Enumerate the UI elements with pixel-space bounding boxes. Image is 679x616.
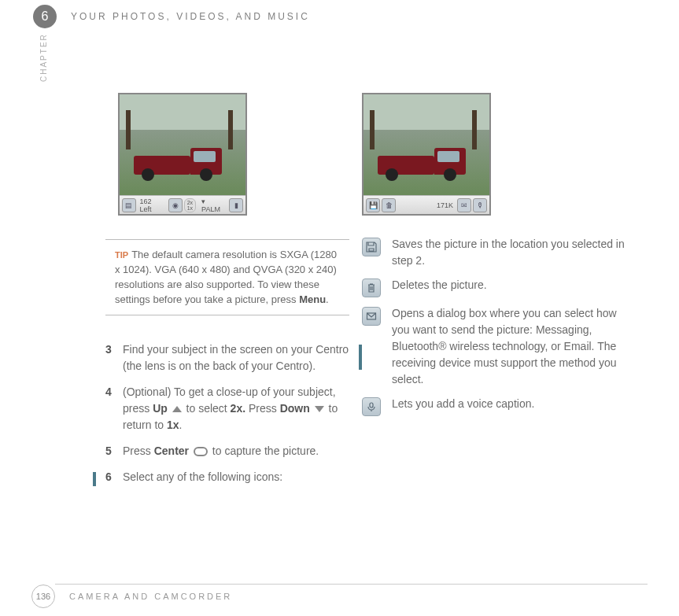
zoom-2x: 2x <box>187 200 193 205</box>
step-6: 6 Select any of the following icons: <box>105 469 356 485</box>
tip-label: TIP <box>115 250 128 260</box>
camera-preview-screenshot: ▤ 162 Left ◉ 2x 1x ▾ PALM ▮ <box>118 93 247 216</box>
tip-box: TIPThe default camera resolution is SXGA… <box>105 239 349 315</box>
save-icon: 💾 <box>366 198 380 212</box>
up-arrow-icon <box>172 406 182 412</box>
steps-list: 3 Find your subject in the screen on you… <box>105 341 356 495</box>
step-6-num: 6 <box>105 469 123 485</box>
step-4: 4 (Optional) To get a close-up of your s… <box>105 384 356 433</box>
step-4-num: 4 <box>105 384 123 433</box>
step-5: 5 Press Center to capture the picture. <box>105 443 356 459</box>
page-number-badge: 136 <box>31 585 55 608</box>
trash-icon: 🗑 <box>382 198 396 212</box>
icon-row-voice: Lets you add a voice caption. <box>362 396 629 416</box>
step-3-num: 3 <box>105 341 123 374</box>
review-status-bar: 💾 🗑 171K ✉ 🎙 <box>363 195 489 214</box>
trash-can-icon <box>362 278 381 297</box>
tip-menu-bold: Menu <box>299 293 326 305</box>
icon-description-list: Saves the picture in the location you se… <box>362 236 629 424</box>
photo-preview <box>120 94 245 195</box>
step-5-text: Press Center to capture the picture. <box>123 443 356 459</box>
camera-status-bar: ▤ 162 Left ◉ 2x 1x ▾ PALM ▮ <box>120 195 245 214</box>
zoom-1x: 1x <box>187 205 193 211</box>
svg-rect-1 <box>370 403 373 408</box>
chapter-label: CHAPTER <box>39 33 48 82</box>
icon-row-send: Opens a dialog box where you can select … <box>362 305 629 388</box>
folder-name: ▾ PALM <box>199 197 227 213</box>
icon-row-save: Saves the picture in the location you se… <box>362 236 629 269</box>
save-description: Saves the picture in the location you se… <box>392 236 629 269</box>
gallery-icon: ▤ <box>122 198 136 212</box>
step-6-text: Select any of the following icons: <box>123 469 356 485</box>
send-description: Opens a dialog box where you can select … <box>392 305 629 388</box>
photo-review <box>363 94 489 195</box>
microphone-icon <box>362 397 381 416</box>
shots-left: 162 Left <box>138 197 168 213</box>
icon-row-delete: Deletes the picture. <box>362 277 629 297</box>
camera-review-screenshot: 💾 🗑 171K ✉ 🎙 <box>362 93 491 216</box>
delete-description: Deletes the picture. <box>392 277 629 297</box>
center-button-icon <box>194 447 208 456</box>
envelope-send-icon <box>362 307 381 326</box>
chapter-number-badge: 6 <box>33 5 57 28</box>
down-arrow-icon <box>315 406 324 412</box>
footer-section-title: CAMERA AND CAMCORDER <box>69 592 232 601</box>
page-footer: 136 CAMERA AND CAMCORDER <box>31 585 232 608</box>
step-3: 3 Find your subject in the screen on you… <box>105 341 356 374</box>
page-header-title: YOUR PHOTOS, VIDEOS, AND MUSIC <box>71 11 310 22</box>
step-4-text: (Optional) To get a close-up of your sub… <box>123 384 356 433</box>
page-number: 136 <box>36 592 50 601</box>
step-3-text: Find your subject in the screen on your … <box>123 341 356 374</box>
camera-icon: ◉ <box>168 198 183 212</box>
card-icon: ▮ <box>229 198 243 212</box>
floppy-disk-icon <box>362 238 381 256</box>
step-5-num: 5 <box>105 443 123 459</box>
mic-icon: 🎙 <box>473 198 487 212</box>
file-size: 171K <box>434 201 456 209</box>
tip-text-c: . <box>326 293 329 305</box>
zoom-indicator: 2x 1x <box>184 198 196 212</box>
chapter-number: 6 <box>42 9 49 24</box>
voice-description: Lets you add a voice caption. <box>392 396 629 416</box>
step-6-marker <box>93 472 96 486</box>
envelope-icon: ✉ <box>457 198 471 212</box>
